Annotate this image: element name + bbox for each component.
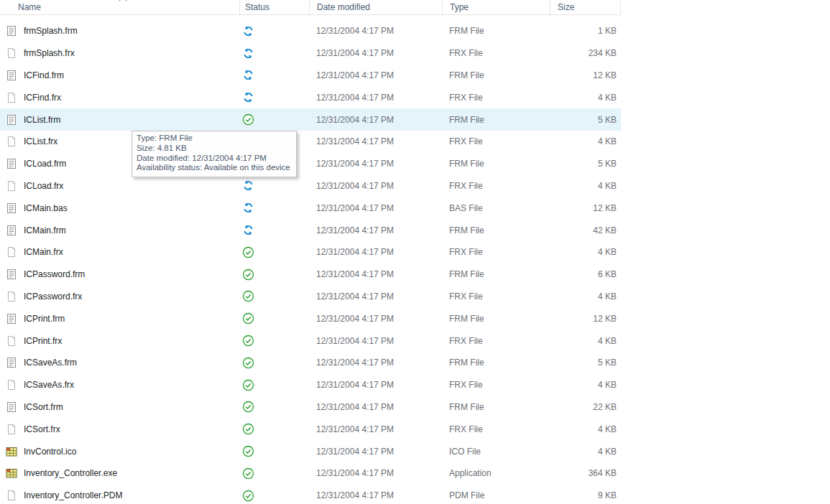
file-row[interactable]: frmSplash.frm12/31/2004 4:17 PMFRM File1… — [0, 20, 830, 42]
date-modified-cell: 12/31/2004 4:17 PM — [309, 175, 442, 197]
type-cell: FRX File — [442, 374, 550, 396]
document-lined-icon — [6, 269, 17, 280]
name-cell: ICPassword.frx — [0, 286, 239, 308]
file-row[interactable]: Inventory_Controller.PDM12/31/2004 4:17 … — [0, 485, 830, 504]
status-cell — [239, 263, 309, 286]
file-name: ICFind.frm — [24, 70, 64, 80]
document-blank-icon — [6, 246, 17, 258]
document-lined-icon — [6, 70, 17, 81]
size-cell: 234 KB — [550, 42, 621, 65]
name-cell: ICFind.frx — [0, 86, 239, 108]
file-row[interactable]: ICSaveAs.frm12/31/2004 4:17 PMFRM File5 … — [0, 352, 830, 374]
status-cell — [239, 418, 309, 440]
name-cell: InvControl.ico — [0, 440, 239, 462]
file-row[interactable]: ICLoad.frm12/31/2004 4:17 PMFRM File5 KB — [0, 153, 830, 175]
type-cell: ICO File — [442, 440, 550, 462]
file-row[interactable]: ICSort.frx12/31/2004 4:17 PMFRX File4 KB — [0, 418, 830, 440]
file-row[interactable]: ICSaveAs.frx12/31/2004 4:17 PMFRX File4 … — [0, 374, 830, 396]
file-row[interactable]: ICMain.bas12/31/2004 4:17 PMBAS File12 K… — [0, 197, 830, 219]
type-cell: FRX File — [442, 418, 550, 440]
type-cell: FRM File — [442, 307, 550, 330]
grid-icon — [6, 446, 17, 457]
date-modified-cell: 12/31/2004 4:17 PM — [309, 440, 442, 462]
size-cell: 5 KB — [550, 352, 621, 374]
available-check-icon — [242, 269, 254, 281]
type-cell: FRM File — [442, 153, 550, 175]
available-check-icon — [242, 467, 254, 480]
file-row[interactable]: ICFind.frm12/31/2004 4:17 PMFRM File12 K… — [0, 65, 830, 87]
file-row[interactable]: ICList.frx12/31/2004 4:17 PMFRX File4 KB — [0, 131, 830, 153]
file-row[interactable]: Inventory_Controller.exe12/31/2004 4:17 … — [0, 462, 830, 485]
available-check-icon — [242, 445, 254, 457]
date-modified-cell: 12/31/2004 4:17 PM — [309, 42, 442, 65]
file-name: ICSort.frm — [24, 402, 63, 412]
document-blank-icon — [6, 47, 17, 59]
sync-pending-icon — [242, 202, 254, 214]
file-name: ICList.frm — [24, 115, 60, 125]
file-row[interactable]: frmSplash.frx12/31/2004 4:17 PMFRX File2… — [0, 42, 830, 65]
status-cell — [239, 153, 309, 175]
name-cell: ICSaveAs.frm — [0, 352, 239, 374]
file-row[interactable]: ICPassword.frm12/31/2004 4:17 PMFRM File… — [0, 263, 830, 286]
name-cell: ICMain.frm — [0, 219, 239, 241]
size-cell: 4 KB — [550, 440, 621, 462]
file-row[interactable]: ICLoad.frx12/31/2004 4:17 PMFRX File4 KB — [0, 175, 830, 197]
file-row[interactable]: ICPrint.frx12/31/2004 4:17 PMFRX File4 K… — [0, 330, 830, 352]
name-cell: ICFind.frm — [0, 65, 239, 87]
status-cell — [239, 241, 309, 263]
document-lined-icon — [6, 313, 17, 325]
file-row[interactable]: ICMain.frm12/31/2004 4:17 PMFRM File42 K… — [0, 219, 830, 241]
available-check-icon — [242, 357, 254, 369]
status-cell — [239, 396, 309, 419]
column-header-size[interactable]: Size — [550, 0, 621, 14]
column-header-status[interactable]: Status — [239, 0, 309, 14]
type-cell: FRX File — [442, 86, 550, 108]
sync-pending-icon — [242, 91, 254, 103]
sync-pending-icon — [242, 179, 254, 192]
document-blank-icon — [6, 92, 17, 103]
date-modified-cell: 12/31/2004 4:17 PM — [309, 219, 442, 241]
name-cell: frmSplash.frx — [0, 42, 239, 65]
available-check-icon — [242, 490, 254, 502]
date-modified-cell: 12/31/2004 4:17 PM — [309, 86, 442, 108]
sync-pending-icon — [242, 69, 254, 81]
name-cell: ICSort.frm — [0, 396, 239, 419]
size-cell: 4 KB — [550, 330, 621, 352]
available-check-icon — [242, 312, 254, 325]
file-row[interactable]: InvControl.ico12/31/2004 4:17 PMICO File… — [0, 440, 830, 462]
file-row[interactable]: ICPrint.frm12/31/2004 4:17 PMFRM File12 … — [0, 307, 830, 330]
name-cell: ICMain.frx — [0, 241, 239, 263]
document-blank-icon — [6, 335, 17, 347]
sync-pending-icon — [242, 47, 254, 60]
type-cell: FRM File — [442, 219, 550, 241]
file-row[interactable]: ICMain.frx12/31/2004 4:17 PMFRX File4 KB — [0, 241, 830, 263]
date-modified-cell: 12/31/2004 4:17 PM — [309, 263, 442, 286]
type-cell: Application — [442, 462, 550, 485]
date-modified-cell: 12/31/2004 4:17 PM — [309, 241, 442, 263]
available-check-icon — [242, 246, 254, 258]
grid-icon — [6, 467, 17, 479]
sync-pending-icon — [242, 224, 254, 236]
status-cell — [239, 374, 309, 396]
column-header-type[interactable]: Type — [442, 0, 550, 14]
file-name: Inventory_Controller.PDM — [24, 490, 122, 500]
file-explorer-details-view: Name Status Date modified Type Size frmS… — [0, 0, 830, 504]
name-cell: ICSort.frx — [0, 418, 239, 440]
file-row[interactable]: ICSort.frm12/31/2004 4:17 PMFRM File22 K… — [0, 396, 830, 419]
status-cell — [239, 219, 309, 241]
available-check-icon — [242, 379, 254, 391]
file-row[interactable]: ICPassword.frx12/31/2004 4:17 PMFRX File… — [0, 286, 830, 308]
name-cell: ICPrint.frx — [0, 330, 239, 352]
date-modified-cell: 12/31/2004 4:17 PM — [309, 197, 442, 219]
status-cell — [239, 307, 309, 330]
file-row[interactable]: ICFind.frx12/31/2004 4:17 PMFRX File4 KB — [0, 86, 830, 108]
document-lined-icon — [6, 158, 17, 169]
file-list: frmSplash.frm12/31/2004 4:17 PMFRM File1… — [0, 20, 830, 504]
column-header-row: Name Status Date modified Type Size — [0, 0, 621, 15]
column-header-date-modified[interactable]: Date modified — [309, 0, 442, 14]
size-cell: 4 KB — [550, 131, 621, 153]
date-modified-cell: 12/31/2004 4:17 PM — [309, 286, 442, 308]
date-modified-cell: 12/31/2004 4:17 PM — [309, 418, 442, 440]
file-name: ICPassword.frm — [24, 269, 85, 279]
file-row[interactable]: ICList.frm12/31/2004 4:17 PMFRM File5 KB — [0, 108, 621, 131]
